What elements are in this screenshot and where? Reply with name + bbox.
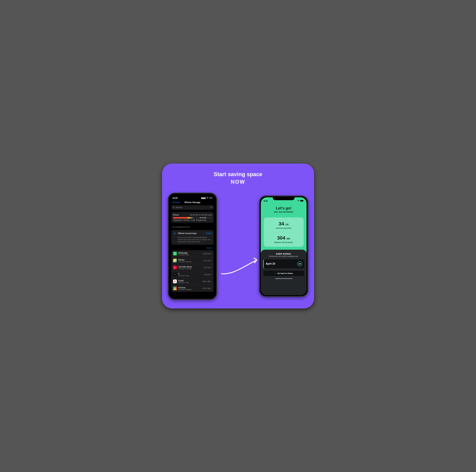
- battery-icon: 96: [209, 197, 212, 199]
- chevron-right-icon: ›: [211, 273, 212, 276]
- search-icon: [173, 206, 175, 209]
- storage-bar: 61.41 GB: [173, 217, 212, 219]
- phone-app-result: 9:41 Let's go! MAY 2023 REVIEWED: [259, 195, 308, 297]
- legend-item: Applications: [173, 219, 182, 221]
- app-last-used: Last used: Yesterday: [178, 268, 204, 270]
- back-button[interactable]: ‹ General: [171, 201, 180, 204]
- wifi-icon: [297, 200, 300, 202]
- arrow-left-icon: ←: [274, 272, 276, 275]
- app-info: WhatsAppLast used: Today: [178, 252, 203, 256]
- sort-icon: ⇅: [211, 247, 212, 249]
- legend-label: System Data: [198, 219, 206, 221]
- enable-button[interactable]: Enable: [205, 232, 212, 234]
- photos-deleted-label: PHOTOS DELETED: [266, 228, 301, 229]
- go-home-button[interactable]: ← Go back to Home: [263, 270, 304, 276]
- recommendation-card[interactable]: Offload Unused Apps Enable Save up to 2.…: [171, 230, 214, 245]
- bar-seg-system: [192, 217, 193, 219]
- home-indicator: [275, 278, 292, 279]
- app-row[interactable]: ✆WhatsAppLast used: Today13.89 GB›: [171, 250, 214, 257]
- appstore-icon: [173, 232, 176, 235]
- bar-seg-apps: [173, 217, 188, 219]
- device-name: iPhone: [173, 214, 179, 216]
- stats-card: 34 /58 PHOTOS DELETED 304 MB MEMORY RECO…: [264, 217, 304, 247]
- legend-label: Photos: [185, 219, 189, 221]
- app-size: 13.89 GB: [203, 253, 211, 255]
- hero-title: Let's go!: [264, 206, 304, 211]
- memory-recovered-value: 304: [277, 235, 285, 241]
- app-row[interactable]: MGmailLast used: Today695.1 MB›: [171, 278, 214, 285]
- app-info: XLast used: Today: [178, 273, 204, 277]
- mic-icon[interactable]: [210, 206, 212, 209]
- bottom-panel: KEEP GOING! Review the next month availa…: [261, 250, 306, 295]
- app-row[interactable]: 𝕏XLast used: Today1.09 GB›: [171, 271, 214, 278]
- app-icon: ✿: [173, 259, 177, 262]
- phones-row: 16:00 ▮▮▮▮ 96 ‹ General iPhone Storage: [168, 193, 308, 300]
- sort-row: Size ⇅: [170, 246, 215, 250]
- hero-subtitle: MAY 2023 REVIEWED: [264, 211, 304, 213]
- keep-going-subtitle: Review the next month available now!: [263, 255, 304, 257]
- sort-label: Size: [206, 247, 210, 249]
- svg-rect-2: [211, 206, 212, 207]
- battery-icon: [300, 200, 304, 202]
- dynamic-island: [185, 195, 200, 199]
- legend-dot: [184, 220, 185, 221]
- promo-card: Start saving space NOW 16:00 ▮▮▮▮ 96: [162, 163, 314, 308]
- status-time: 16:00: [172, 197, 178, 199]
- chevron-right-icon: ›: [211, 266, 212, 269]
- app-size: 9.12 GB: [204, 260, 211, 262]
- memory-recovered-label: MEMORY RECOVERED: [266, 242, 301, 243]
- svg-rect-5: [303, 200, 304, 201]
- divider: [268, 232, 300, 232]
- legend-dot: [196, 220, 197, 221]
- sort-button[interactable]: Size ⇅: [206, 247, 212, 249]
- memory-recovered-unit: MB: [287, 238, 290, 240]
- legend-item: System Data: [196, 219, 206, 221]
- recommendation-title: Offload Unused Apps: [178, 232, 197, 234]
- app-icon: ▸: [173, 266, 177, 269]
- app-icon: [173, 286, 177, 290]
- storage-panel[interactable]: iPhone 66.59 GB of 128 GB used 61.41 GB …: [171, 212, 214, 223]
- chevron-left-icon: ‹: [171, 201, 172, 204]
- storage-used-text: 66.59 GB of 128 GB used: [190, 214, 212, 216]
- app-last-used: Last used: Today: [178, 282, 203, 283]
- go-home-label: Go back to Home: [277, 272, 293, 275]
- legend-item: Photos: [184, 219, 189, 221]
- app-last-used: Last used: Yesterday: [178, 261, 204, 262]
- chevron-right-icon: ›: [211, 259, 212, 262]
- wifi-icon: [206, 197, 209, 199]
- bar-seg-photos: [188, 217, 190, 219]
- nav-bar: ‹ General iPhone Storage: [170, 200, 215, 204]
- storage-legend: ApplicationsPhotosiOSSystem Data: [173, 219, 212, 221]
- next-month-button[interactable]: April 23 190: [263, 259, 304, 268]
- bar-seg-ios: [190, 217, 192, 219]
- app-row[interactable]: ChromeLast used: Yesterday679.6 MB›: [171, 285, 214, 292]
- search-input[interactable]: Search: [171, 205, 214, 210]
- app-info: PhotosLast used: Yesterday: [178, 259, 204, 262]
- app-size: 1.09 GB: [204, 273, 211, 276]
- month-count-badge: 190: [297, 261, 302, 266]
- app-name: Gmail: [178, 279, 203, 282]
- hero: Let's go! MAY 2023 REVIEWED: [261, 203, 306, 214]
- app-icon: ✆: [173, 252, 177, 256]
- app-size: 1.54 GB: [204, 266, 211, 269]
- app-size: 679.6 MB: [203, 287, 211, 290]
- keep-going-title: KEEP GOING!: [263, 253, 304, 255]
- chevron-right-icon: ›: [211, 280, 212, 282]
- status-indicators: [297, 200, 304, 202]
- recommendation-desc: Save up to 2.44 GB. Automatically offloa…: [173, 236, 212, 243]
- svg-line-1: [174, 207, 174, 208]
- app-row[interactable]: ✿PhotosLast used: Yesterday9.12 GB›: [171, 257, 214, 264]
- app-name: Photos: [178, 259, 204, 261]
- legend-label: iOS: [193, 219, 195, 221]
- screen-app: 9:41 Let's go! MAY 2023 REVIEWED: [261, 197, 306, 295]
- app-name: WhatsApp: [178, 252, 203, 254]
- headline-line1: Start saving space: [214, 171, 262, 177]
- app-info: ChromeLast used: Yesterday: [178, 286, 203, 290]
- app-row[interactable]: ▸YouTube MusicLast used: Yesterday1.54 G…: [171, 264, 214, 271]
- app-size: 695.1 MB: [203, 280, 211, 282]
- app-name: Chrome: [178, 286, 203, 289]
- headline-line2: NOW: [168, 179, 308, 185]
- arrow-icon: [220, 256, 260, 277]
- chevron-right-icon: ›: [211, 252, 212, 255]
- svg-rect-4: [301, 200, 303, 201]
